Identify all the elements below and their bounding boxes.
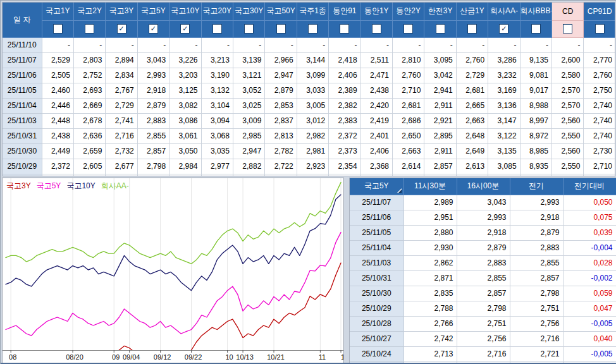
value-1130: 2,862 [403, 255, 457, 270]
column-header-국고20Y[interactable]: 국고20Y [201, 3, 233, 20]
yield-cell: 9,081 [520, 68, 551, 83]
yield-cell: - [584, 37, 615, 52]
right-column-header-3[interactable]: 전기 [510, 178, 563, 195]
column-header-산금1Y[interactable]: 산금1Y [456, 3, 488, 20]
value-1130: 2,989 [403, 195, 457, 210]
series-checkbox-국고20Y-unchecked[interactable] [213, 24, 222, 33]
column-header-국고5Y[interactable]: 국고5Y [137, 3, 169, 20]
row-date: 25/11/04 [350, 240, 403, 255]
yield-cell: 2,981 [297, 143, 328, 159]
yield-cell: 2,911 [424, 143, 456, 159]
value-prev: 2,993 [510, 195, 563, 210]
table-row: 25/10/282,7662,7512,756-0,005 [350, 316, 616, 331]
table-row: 25/11/062,9512,9932,9180,075 [350, 210, 616, 225]
legend-item-국고10Y: 국고10Y [66, 181, 95, 190]
series-checkbox-국고30Y-unchecked[interactable] [244, 24, 254, 33]
series-checkbox-CD-unchecked[interactable] [563, 24, 572, 33]
yield-cell: 3,169 [488, 83, 520, 98]
yield-cell: 2,767 [106, 83, 137, 98]
yield-cell: 2,550 [552, 159, 584, 174]
yield-cell: 2,438 [42, 128, 73, 143]
column-header-CD[interactable]: CD [552, 3, 584, 20]
series-checkbox-통안1Y-unchecked[interactable] [372, 24, 381, 33]
column-header-국고1Y[interactable]: 국고1Y [42, 3, 73, 20]
row-date: 25/11/06 [3, 68, 42, 83]
value-1600: 2,857 [457, 286, 510, 301]
column-header-국고30Y[interactable]: 국고30Y [233, 3, 264, 20]
series-checkbox-한전3Y-unchecked[interactable] [436, 24, 445, 33]
column-header-CP91D[interactable]: CP91D [584, 3, 615, 20]
yield-cell: - [201, 37, 233, 52]
row-date: 25/10/27 [350, 331, 403, 346]
series-checkbox-국고3Y-checked[interactable]: ✓ [117, 24, 126, 33]
yield-cell: 2,663 [392, 143, 424, 159]
yield-cell: 3,232 [488, 68, 520, 83]
column-header-국고10Y[interactable]: 국고10Y [169, 3, 201, 20]
yield-cell: 2,716 [106, 128, 137, 143]
yield-cell: 2,406 [360, 143, 392, 159]
column-header-한전3Y[interactable]: 한전3Y [424, 3, 456, 20]
column-header-국고3Y[interactable]: 국고3Y [106, 3, 137, 20]
column-header-통안91[interactable]: 통안91 [329, 3, 360, 20]
right-column-header-2[interactable]: 16시00분 [457, 178, 510, 195]
ktb5y-intraday-table: 국고5Y11시30분16시00분전기전기대비 25/11/072,9893,04… [350, 178, 616, 363]
series-checkbox-CP91D-unchecked[interactable] [595, 24, 605, 33]
yield-cell: 2,686 [392, 113, 424, 128]
series-checkbox-국주1종-unchecked[interactable] [308, 24, 317, 33]
column-header-통안1Y[interactable]: 통안1Y [360, 3, 392, 20]
yield-cell: 2,982 [297, 128, 328, 143]
value-prev: 2,756 [510, 316, 563, 331]
value-diff: 0,039 [563, 225, 616, 240]
series-checkbox-국고2Y-unchecked[interactable] [85, 24, 94, 33]
yield-cell: 2,834 [106, 68, 137, 83]
table-row: 25/11/072,5292,8032,8943,0433,2263,2133,… [3, 52, 615, 68]
series-checkbox-통안91-unchecked[interactable] [340, 24, 349, 33]
table-row: 25/10/302,8352,8572,7980,059 [350, 286, 616, 301]
yield-cell: 3,122 [488, 128, 520, 143]
series-checkbox-회사AA--checked[interactable]: ✓ [499, 24, 508, 33]
daily-yields-table: 일 자국고1Y국고2Y국고3Y국고5Y국고10Y국고20Y국고30Y국고50Y국… [3, 3, 615, 176]
right-column-header-1[interactable]: 11시30분 [403, 178, 457, 195]
series-checkbox-국고50Y-unchecked[interactable] [276, 24, 286, 33]
series-checkbox-통안2Y-unchecked[interactable] [403, 24, 413, 33]
table-row: 25/11/032,4482,6782,7412,8833,0863,0943,… [3, 113, 615, 128]
legend-item-국고5Y: 국고5Y [37, 181, 61, 190]
column-header-국주1종[interactable]: 국주1종 [297, 3, 328, 20]
yield-cell: 2,389 [329, 83, 360, 98]
yield-cell: 2,419 [360, 113, 392, 128]
table-row: 25/10/242,7132,7162,721-0,005 [350, 346, 616, 361]
value-prev: 2,751 [510, 301, 563, 316]
series-checkbox-국고5Y-checked[interactable]: ✓ [149, 24, 158, 33]
column-header-통안2Y[interactable]: 통안2Y [392, 3, 424, 20]
series-line-국고3Y [6, 263, 341, 363]
right-header-row: 국고5Y11시30분16시00분전기전기대비 [350, 178, 616, 195]
series-checkbox-산금1Y-unchecked[interactable] [467, 24, 477, 33]
series-checkbox-국고10Y-checked[interactable]: ✓ [180, 24, 190, 33]
value-1130: 2,788 [403, 301, 457, 316]
right-column-header-4[interactable]: 전기대비 [563, 178, 616, 195]
yield-cell: 2,446 [42, 98, 73, 113]
chart-legend: 국고3Y국고5Y국고10Y회사AA- [6, 181, 135, 191]
yield-cell: 3,099 [297, 68, 328, 83]
column-header-회사BBB-[interactable]: 회사BBB- [520, 3, 551, 20]
yield-cell: 2,636 [73, 128, 105, 143]
row-date: 25/10/24 [350, 346, 403, 361]
value-diff: -0,002 [563, 270, 616, 286]
yield-cell: 3,104 [201, 98, 233, 113]
yield-cell: 2,770 [584, 52, 615, 68]
yield-cell: 2,681 [392, 98, 424, 113]
column-header-회사AA-[interactable]: 회사AA- [488, 3, 520, 20]
series-checkbox-회사BBB--unchecked[interactable] [531, 24, 541, 33]
column-header-국고50Y[interactable]: 국고50Y [265, 3, 297, 20]
column-header-국고2Y[interactable]: 국고2Y [73, 3, 105, 20]
yield-cell: 2,605 [73, 159, 105, 174]
series-checkbox-국고1Y-unchecked[interactable] [53, 24, 63, 33]
yield-cell: 8,972 [520, 128, 551, 143]
yield-cell: 2,782 [265, 143, 297, 159]
table-row: 25/10/272,7422,7562,7160,040 [350, 331, 616, 346]
right-column-header-0[interactable]: 국고5Y [350, 178, 403, 195]
yield-cell: 3,147 [488, 113, 520, 128]
yield-cell: 2,911 [424, 98, 456, 113]
yield-cell: - [392, 37, 424, 52]
yield-cell: - [169, 37, 201, 52]
